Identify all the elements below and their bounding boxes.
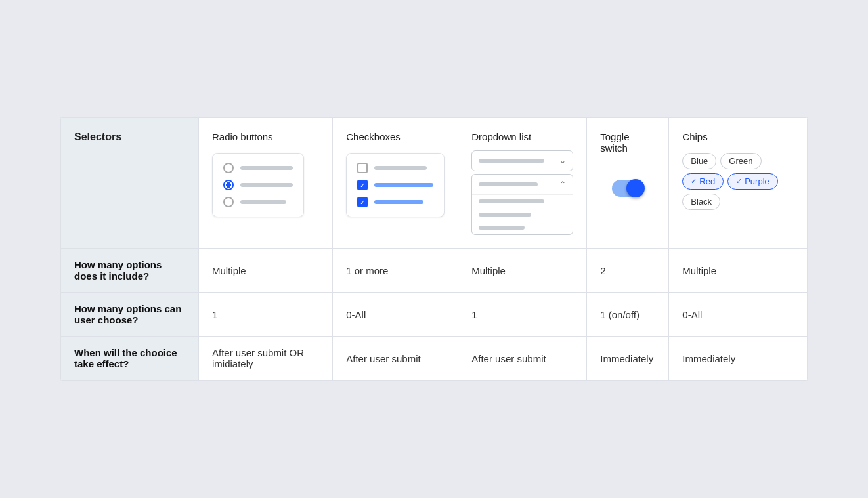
cell-radio-options-count: Multiple: [199, 249, 333, 293]
cell-toggle-options-count-value: 2: [600, 265, 605, 276]
cell-checkboxes-effect-value: After user submit: [346, 353, 420, 364]
table-row-effect: When will the chooice take effect? After…: [61, 337, 808, 381]
radio-circle-3: [223, 197, 234, 207]
cell-radio-user-choose-value: 1: [212, 309, 217, 320]
cell-chips-options-count-value: Multiple: [682, 265, 716, 276]
checkbox-widget: ✓ ✓: [346, 153, 445, 217]
header-dropdown-label: Dropdown list: [471, 131, 573, 142]
cell-dropdown-options-count-value: Multiple: [471, 265, 506, 276]
dropdown-option-line-3: [479, 226, 525, 230]
cell-toggle-effect: Immediately: [587, 337, 669, 381]
cell-chips-user-choose-value: 0-All: [682, 309, 702, 320]
toggle-track[interactable]: [612, 180, 643, 197]
cell-radio-effect-value: After user submit OR imidiately: [212, 347, 304, 369]
cell-dropdown-effect-value: After user submit: [471, 353, 546, 364]
cell-checkboxes-options-count-value: 1 or more: [346, 265, 388, 276]
row-header-effect-label: When will the chooice take effect?: [74, 347, 177, 369]
header-toggle: Toggle switch: [587, 118, 669, 249]
chip-blue-label: Blue: [691, 156, 708, 166]
row-header-user-choose-label: How many options can user choose?: [74, 303, 181, 325]
header-checkboxes-label: Checkboxes: [346, 131, 445, 142]
table-row-user-choose: How many options can user choose? 1 0-Al…: [61, 293, 808, 337]
header-toggle-label: Toggle switch: [600, 131, 655, 154]
radio-item-1: [223, 163, 293, 173]
cell-checkboxes-user-choose-value: 0-All: [346, 309, 366, 320]
chevron-up-icon: ⌃: [559, 180, 566, 189]
chip-blue[interactable]: Blue: [682, 153, 716, 169]
chip-green[interactable]: Green: [720, 153, 761, 169]
selectors-label: Selectors: [74, 131, 121, 142]
checkbox-item-2: ✓: [357, 180, 433, 190]
dropdown-option-line-2: [479, 213, 531, 217]
comparison-table: Selectors Radio buttons: [60, 117, 808, 381]
header-chips-label: Chips: [682, 131, 794, 142]
table-row-options-count: How many options does it include? Multip…: [61, 249, 808, 293]
chip-red[interactable]: ✓ Red: [682, 173, 724, 190]
radio-widget: [212, 153, 304, 217]
radio-item-2: [223, 180, 293, 190]
cell-dropdown-user-choose-value: 1: [471, 309, 477, 320]
checkbox-item-3: ✓: [357, 197, 433, 207]
dropdown-option-1[interactable]: [472, 195, 573, 208]
dropdown-option-2[interactable]: [472, 208, 573, 221]
radio-line-3: [240, 200, 286, 204]
row-header-effect: When will the chooice take effect?: [61, 337, 199, 381]
radio-item-3: [223, 197, 293, 207]
cell-chips-effect-value: Immediately: [682, 353, 735, 364]
row-header-options-count-label: How many options does it include?: [74, 259, 162, 281]
toggle-thumb: [626, 179, 645, 197]
header-chips: Chips Blue Green ✓ Red: [669, 118, 808, 249]
cell-checkboxes-effect: After user submit: [333, 337, 458, 381]
cell-checkboxes-options-count: 1 or more: [333, 249, 458, 293]
cell-chips-options-count: Multiple: [669, 249, 808, 293]
header-checkboxes: Checkboxes ✓ ✓: [333, 118, 458, 249]
dropdown-closed-line: [479, 159, 544, 163]
header-radio: Radio buttons: [199, 118, 333, 249]
cell-toggle-user-choose: 1 (on/off): [587, 293, 669, 337]
chip-black-label: Black: [691, 197, 712, 207]
header-selectors: Selectors: [61, 118, 199, 249]
cell-dropdown-effect: After user submit: [458, 337, 587, 381]
chip-green-label: Green: [729, 156, 752, 166]
dropdown-open-header: ⌃: [472, 175, 573, 195]
header-radio-label: Radio buttons: [212, 131, 319, 142]
cell-chips-effect: Immediately: [669, 337, 808, 381]
dropdown-option-3[interactable]: [472, 221, 573, 234]
checkbox-item-1: [357, 163, 433, 173]
cell-radio-user-choose: 1: [199, 293, 333, 337]
chip-purple-label: Purple: [745, 176, 770, 186]
chip-red-label: Red: [699, 176, 715, 186]
row-header-user-choose: How many options can user choose?: [61, 293, 199, 337]
dropdown-closed[interactable]: ⌄: [471, 150, 573, 171]
cell-toggle-user-choose-value: 1 (on/off): [600, 309, 640, 320]
dropdown-option-line-1: [479, 199, 544, 203]
cell-chips-user-choose: 0-All: [669, 293, 808, 337]
checkbox-line-1: [374, 166, 427, 170]
toggle-container: [600, 180, 655, 197]
chip-purple[interactable]: ✓ Purple: [727, 173, 778, 190]
cell-dropdown-user-choose: 1: [458, 293, 587, 337]
chevron-down-icon: ⌄: [559, 156, 566, 165]
checkbox-2-checked: ✓: [357, 180, 368, 190]
cell-toggle-options-count: 2: [587, 249, 669, 293]
cell-dropdown-options-count: Multiple: [458, 249, 587, 293]
radio-line-2: [240, 183, 293, 187]
cell-radio-effect: After user submit OR imidiately: [199, 337, 333, 381]
radio-circle-1: [223, 163, 234, 173]
cell-toggle-effect-value: Immediately: [600, 353, 653, 364]
cell-checkboxes-user-choose: 0-All: [333, 293, 458, 337]
radio-circle-2-selected: [223, 180, 234, 190]
chips-widget: Blue Green ✓ Red ✓ Purple: [682, 153, 794, 210]
dropdown-open-line: [479, 182, 538, 186]
chip-check-icon-red: ✓: [691, 177, 697, 186]
checkbox-1-unchecked: [357, 163, 368, 173]
chip-black[interactable]: Black: [682, 194, 720, 210]
dropdown-widget: ⌄ ⌃: [471, 150, 573, 235]
checkbox-3-checked: ✓: [357, 197, 368, 207]
checkbox-line-3: [374, 200, 423, 204]
checkbox-line-2: [374, 183, 433, 187]
chip-check-icon-purple: ✓: [736, 177, 742, 186]
dropdown-open: ⌃: [471, 174, 573, 235]
radio-line-1: [240, 166, 293, 170]
header-dropdown: Dropdown list ⌄ ⌃: [458, 118, 587, 249]
